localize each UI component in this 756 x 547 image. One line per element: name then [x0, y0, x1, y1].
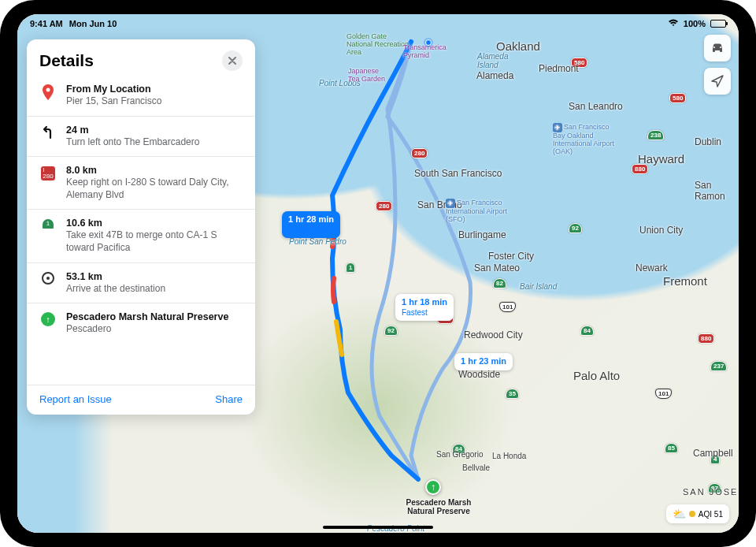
route-callout-main[interactable]: 1 hr 28 min Fewer turns — [282, 211, 340, 238]
share-link[interactable]: Share — [215, 393, 243, 405]
step-sub: Pier 15, San Francisco — [66, 95, 243, 108]
direction-step[interactable]: ↑ Pescadero Marsh Natural Preserve Pesca… — [27, 303, 255, 344]
label-sanmateo: San Mateo — [474, 262, 520, 274]
shield-us101: 101 — [499, 302, 516, 312]
directions-list[interactable]: From My Location Pier 15, San Francisco … — [27, 79, 255, 385]
locate-me-button[interactable] — [704, 68, 731, 95]
step-title: 10.6 km — [66, 218, 243, 229]
label-paloalto: Palo Alto — [573, 369, 620, 382]
label-bairisland: Bair Island — [520, 282, 557, 291]
shield-ca92: 92 — [384, 326, 398, 336]
aqi-badge[interactable]: ⛅ AQI 51 — [666, 504, 729, 523]
label-ggnra: Golden Gate National Recreation Area — [346, 33, 410, 57]
route-callout-alt2[interactable]: 1 hr 23 min — [454, 353, 513, 370]
shield-i880: 880 — [698, 333, 714, 344]
weather-icon: ⛅ — [673, 508, 686, 520]
route-alt2-time: 1 hr 23 min — [461, 356, 506, 367]
route-main-time: 1 hr 28 min — [288, 214, 334, 225]
direction-step[interactable]: 24 m Turn left onto The Embarcadero — [27, 116, 255, 157]
label-newark: Newark — [636, 262, 668, 274]
shield-ca85: 85 — [665, 443, 678, 453]
shield-ca238: 238 — [647, 130, 664, 140]
ipad-frame: 9:41 AM Mon Jun 10 100% — [0, 0, 756, 547]
shield-ca1-icon: 1 — [39, 218, 57, 254]
status-time: 9:41 AM — [30, 19, 63, 28]
arrive-icon — [39, 271, 57, 296]
label-pointsanpedro: Point San Pedro — [289, 237, 346, 246]
label-piedmont: Piedmont — [539, 63, 579, 74]
close-button[interactable] — [222, 50, 243, 71]
step-title: 8.0 km — [66, 165, 243, 176]
step-title: 53.1 km — [66, 271, 243, 282]
label-woodside: Woodside — [458, 369, 500, 380]
step-sub: Arrive at the destination — [66, 283, 243, 296]
report-issue-link[interactable]: Report an Issue — [39, 393, 112, 405]
destination-marker: ↑ — [425, 479, 441, 495]
label-dublin: Dublin — [695, 136, 721, 147]
svg-point-0 — [46, 88, 50, 92]
shield-ca35: 35 — [506, 389, 519, 399]
label-alameda: Alameda — [476, 70, 513, 81]
details-panel: Details From My Location Pier 15, San Fr… — [27, 39, 255, 415]
label-lahonda: La Honda — [492, 452, 526, 460]
map-controls — [704, 35, 731, 95]
aqi-dot-icon — [689, 511, 695, 517]
direction-step[interactable]: I280 8.0 km Keep right on I-280 S toward… — [27, 156, 255, 209]
label-bellvale: Bellvale — [462, 463, 490, 472]
route-alt1-time: 1 hr 18 min — [402, 297, 447, 308]
shield-ca92: 92 — [569, 223, 582, 233]
direction-step[interactable]: From My Location Pier 15, San Francisco — [27, 79, 255, 116]
label-fremont: Fremont — [663, 274, 707, 288]
destination-icon: ↑ — [39, 311, 57, 336]
pin-icon — [39, 84, 57, 108]
label-sfo: ✈San Francisco International Airport (SF… — [446, 199, 524, 224]
shield-i280: 280 — [376, 201, 392, 211]
label-oakland: Oakland — [496, 39, 540, 53]
shield-i580: 580 — [669, 93, 686, 103]
label-campbell: Campbell — [693, 448, 733, 459]
current-location-marker — [424, 38, 433, 47]
home-indicator[interactable] — [323, 526, 433, 529]
label-sanleandro: San Leandro — [569, 101, 623, 112]
label-sanramon: San Ramon — [695, 180, 739, 202]
step-title: From My Location — [66, 84, 243, 95]
direction-step[interactable]: 53.1 km Arrive at the destination — [27, 262, 255, 303]
step-title: 24 m — [66, 125, 243, 136]
label-redwoodcity: Redwood City — [464, 329, 523, 340]
battery-icon — [710, 20, 726, 28]
shield-ca82: 82 — [493, 278, 506, 288]
step-sub: Take exit 47B to merge onto CA-1 S towar… — [66, 229, 243, 254]
shield-i280-icon: I280 — [39, 165, 57, 201]
label-sangregorio: San Gregorio — [436, 450, 483, 459]
shield-i280: 280 — [411, 148, 428, 158]
status-bar: 9:41 AM Mon Jun 10 100% — [17, 14, 739, 32]
direction-step[interactable]: 1 10.6 km Take exit 47B to merge onto CA… — [27, 209, 255, 262]
label-oak: ✈San Francisco Bay Oakland International… — [553, 123, 616, 156]
status-date: Mon Jun 10 — [69, 19, 117, 28]
label-ssf: South San Francisco — [414, 168, 502, 179]
route-alt1-note: Fastest — [402, 308, 447, 318]
step-sub: Pescadero — [66, 323, 243, 336]
route-main-note: Fewer turns — [288, 225, 334, 236]
label-fostercity: Foster City — [488, 251, 534, 262]
driving-mode-button[interactable] — [704, 35, 731, 61]
step-sub: Keep right on I-280 S toward Daly City, … — [66, 177, 243, 201]
wifi-icon — [668, 19, 679, 28]
label-burlingame: Burlingame — [458, 229, 506, 240]
label-unioncity: Union City — [639, 225, 683, 236]
route-callout-alt1[interactable]: 1 hr 18 min Fastest — [395, 294, 454, 321]
battery-percent: 100% — [684, 19, 706, 28]
shield-us101: 101 — [655, 389, 672, 399]
label-alamedaisland: Alameda Island — [477, 52, 512, 69]
close-icon — [228, 57, 236, 65]
shield-ca237: 237 — [710, 361, 727, 371]
label-sanjose: SAN JOSE — [683, 487, 738, 497]
screen: 9:41 AM Mon Jun 10 100% — [17, 14, 739, 533]
label-hayward: Hayward — [638, 152, 684, 166]
destination-label: Pescadero MarshNatural Preserve — [399, 498, 478, 515]
aqi-value: AQI 51 — [699, 510, 723, 519]
shield-ca84: 84 — [580, 326, 594, 336]
shield-ca1: 1 — [346, 262, 355, 273]
turn-left-icon — [39, 125, 57, 149]
details-title: Details — [39, 51, 94, 70]
